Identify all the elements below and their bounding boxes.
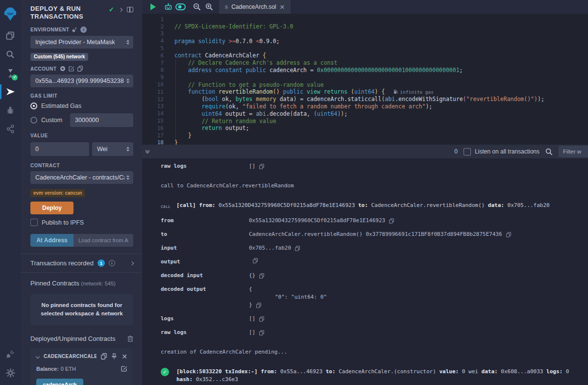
terminal-row: logs[] xyxy=(142,315,588,323)
line-number: 14 xyxy=(142,110,164,117)
code-editor[interactable]: 12// SPDX-License-Identifier: GPL-3.034p… xyxy=(142,14,588,145)
terminal-filter-input[interactable] xyxy=(559,146,588,157)
account-select[interactable]: 0x55a...46923 (999.9999453238 xyxy=(30,75,133,87)
terminal-key: from xyxy=(161,217,249,225)
edit-icon[interactable] xyxy=(69,66,74,72)
code-text: function revertibleRandom() public view … xyxy=(174,88,385,95)
code-line: 1 xyxy=(142,16,588,23)
ai-robot-icon[interactable] xyxy=(162,0,174,14)
zoom-out-icon[interactable] xyxy=(191,0,203,14)
plugin-manager-icon[interactable] xyxy=(0,345,21,363)
code-text: uint64 output = abi.decode(data, (uint64… xyxy=(174,110,347,117)
copy-icon[interactable] xyxy=(259,164,264,169)
copy-icon[interactable] xyxy=(259,330,264,335)
gas-pump-icon xyxy=(393,89,398,94)
custom-gas-radio[interactable] xyxy=(30,117,37,124)
panel-title: DEPLOY & RUN TRANSACTIONS xyxy=(30,5,109,21)
call-summary[interactable]: [call] from: 0x55a1320D432759960C5Df0215… xyxy=(176,202,550,209)
listen-count: 0 xyxy=(454,148,458,155)
contract-label: CONTRACT xyxy=(30,163,133,168)
chevron-right-icon[interactable] xyxy=(130,261,134,265)
checkbox-icon[interactable] xyxy=(464,148,471,155)
success-check-icon: ✓ xyxy=(161,368,169,376)
code-text: pragma solidity >=0.7.0 <0.9.0; xyxy=(174,38,280,45)
zoom-in-icon[interactable] xyxy=(203,0,215,14)
copy-icon[interactable] xyxy=(253,258,258,263)
copy-icon[interactable] xyxy=(295,246,300,251)
copy-icon[interactable] xyxy=(256,303,261,308)
info-icon[interactable]: i xyxy=(109,260,115,266)
trash-icon[interactable] xyxy=(127,335,133,342)
tab-cadencearch[interactable]: S CadenceArch.sol ✕ xyxy=(219,0,291,14)
custom-gas-input[interactable] xyxy=(70,113,133,127)
settings-icon[interactable] xyxy=(0,363,21,382)
close-icon[interactable]: ✕ xyxy=(122,354,127,359)
block-summary[interactable]: [block:5033220 txIndex:-] from: 0x55a...… xyxy=(176,368,588,384)
at-address-input[interactable] xyxy=(74,234,133,247)
terminal-output[interactable]: raw logs[]call to CadenceArchCaler.rever… xyxy=(142,158,588,385)
code-line: 4pragma solidity >=0.7.0 <0.9.0; xyxy=(142,37,588,45)
cadence-arch-function-button[interactable]: cadenceArch xyxy=(36,379,83,385)
line-number: 17 xyxy=(142,132,164,139)
panel-columns-icon[interactable] xyxy=(127,7,133,12)
code-line: 5 xyxy=(142,45,588,52)
listen-all-option[interactable]: Listen on all transactions xyxy=(464,148,539,155)
pin-icon[interactable] xyxy=(111,353,117,359)
stepper-icon xyxy=(126,40,129,45)
estimated-gas-option[interactable]: Estimated Gas xyxy=(30,103,133,109)
remix-logo[interactable] xyxy=(0,1,21,26)
code-text: // SPDX-License-Identifier: GPL-3.0 xyxy=(174,23,293,30)
chevron-right-icon[interactable] xyxy=(119,7,122,11)
terminal-key: input xyxy=(161,244,249,252)
debugger-icon[interactable] xyxy=(0,101,21,120)
line-number: 8 xyxy=(142,67,164,73)
line-number: 7 xyxy=(142,60,164,66)
gas-limit-label: GAS LIMIT xyxy=(30,93,133,99)
chevron-down-icon[interactable] xyxy=(36,354,40,358)
copy-icon[interactable] xyxy=(259,316,264,322)
terminal-value: { "0": "uint64: 0"} xyxy=(249,285,327,309)
record-toggle-icon[interactable] xyxy=(174,0,187,14)
transactions-recorded-row[interactable]: Transactions recorded 1 i xyxy=(21,254,142,272)
at-address-button[interactable]: At Address xyxy=(30,234,74,247)
copy-icon[interactable] xyxy=(389,218,394,224)
pinned-empty-message: No pinned contracts found for selected w… xyxy=(30,294,133,325)
line-number: 13 xyxy=(142,103,164,109)
plus-circle-icon[interactable] xyxy=(60,66,66,72)
checkbox-icon[interactable] xyxy=(30,219,38,226)
copy-icon[interactable] xyxy=(506,232,511,237)
network-badge: Custom (545) network xyxy=(30,53,88,61)
code-text: // Return random value xyxy=(174,118,276,125)
close-icon[interactable]: ✕ xyxy=(280,3,285,11)
copy-icon[interactable] xyxy=(77,66,83,72)
git-icon[interactable] xyxy=(0,120,21,138)
search-icon[interactable] xyxy=(0,45,21,64)
copy-icon[interactable] xyxy=(101,353,107,359)
solidity-compiler-icon[interactable]: ✓ xyxy=(0,64,21,82)
edit-icon[interactable] xyxy=(121,365,127,372)
contract-select[interactable]: CadenceArchCaler - contracts/Cac xyxy=(30,171,133,184)
check-icon: ✓ xyxy=(109,6,114,13)
terminal-value: [] xyxy=(249,329,264,336)
terminal-value: CadenceArchCaler.revertibleRandom() 0x37… xyxy=(249,231,511,238)
code-text: } xyxy=(174,132,192,139)
environment-select[interactable]: Injected Provider - MetaMask xyxy=(30,36,133,49)
play-icon[interactable] xyxy=(147,0,159,14)
deploy-button[interactable]: Deploy xyxy=(30,202,74,214)
value-input[interactable] xyxy=(30,142,89,156)
search-icon[interactable] xyxy=(545,148,553,155)
deploy-run-icon[interactable] xyxy=(0,82,21,101)
file-explorer-icon[interactable] xyxy=(0,26,21,45)
publish-ipfs-option[interactable]: Publish to IPFS xyxy=(30,219,133,226)
radio-selected-icon[interactable] xyxy=(30,103,37,109)
value-label: VALUE xyxy=(30,133,133,138)
terminal-key: decoded input xyxy=(161,272,249,280)
value-unit-select[interactable]: Wei xyxy=(92,142,133,156)
double-chevron-down-icon[interactable] xyxy=(146,150,149,153)
info-icon[interactable]: i xyxy=(80,26,87,33)
terminal-row: toCadenceArchCaler.revertibleRandom() 0x… xyxy=(142,231,588,238)
copy-icon[interactable] xyxy=(259,273,264,279)
deployed-contract-card: CADENCEARCHCALER AT 0) ✕ Balance: 0 ETH … xyxy=(30,348,133,385)
custom-gas-label: Custom xyxy=(41,117,62,124)
terminal-row: creation of CadenceArchCaler pending... xyxy=(142,348,588,356)
